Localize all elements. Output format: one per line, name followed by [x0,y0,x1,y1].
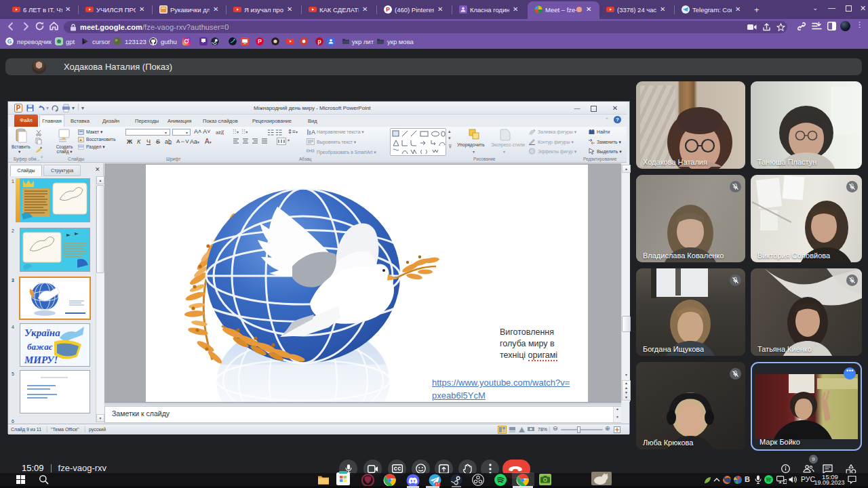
svg-text:ab: ab [216,129,222,136]
svg-text:p: p [317,38,321,45]
svg-text:МИРУ!: МИРУ! [24,354,58,365]
svg-text:бажає: бажає [27,342,53,352]
svg-text:P: P [258,38,262,45]
svg-text:P: P [386,6,390,13]
svg-text:A: A [311,129,315,136]
svg-text:G: G [7,38,12,45]
svg-text:Україна: Україна [24,327,60,338]
